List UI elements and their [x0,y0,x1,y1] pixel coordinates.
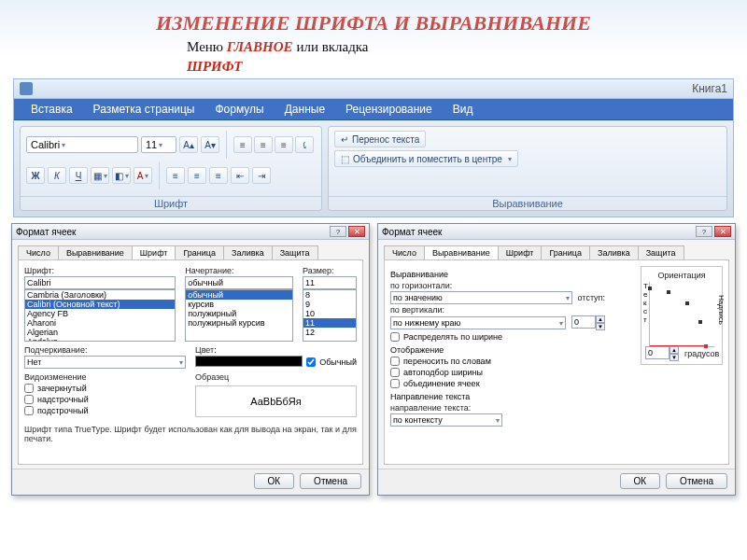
font-name-combo[interactable]: Calibri [26,136,138,153]
cb-distribute-input[interactable] [390,332,400,342]
spinner-down-icon[interactable]: ▼ [669,354,679,361]
cb-strike-input[interactable] [24,384,34,393]
cb-shrink[interactable]: автоподбор ширины [390,368,605,377]
style-item[interactable]: курсив [186,300,292,309]
align-top-icon[interactable]: ≡ [233,136,252,153]
indent-inc-icon[interactable]: ⇥ [252,167,271,184]
style-item[interactable]: полужирный курсив [186,318,292,328]
align-bot-icon[interactable]: ≡ [275,136,293,153]
border-icon[interactable]: ▦ [91,167,109,184]
tab-number[interactable]: Число [18,245,59,259]
style-input[interactable]: обычный [185,276,293,289]
tab-protect[interactable]: Защита [272,245,318,259]
dialog-font: Формат ячеек ? ✕ Число Выравнивание Шриф… [11,223,370,496]
degree-spinner[interactable]: 0 ▲▼ [645,346,679,361]
orientation-icon[interactable]: ⤹ [295,136,314,153]
size-listbox[interactable]: 8 9 10 11 12 [303,289,357,342]
spinner-down-icon[interactable]: ▼ [596,323,605,330]
ok-button[interactable]: ОК [620,473,661,489]
tab-view[interactable]: Вид [453,103,473,116]
tab-alignment-active[interactable]: Выравнивание [424,245,499,259]
orientation-dial[interactable] [649,282,714,347]
tab-alignment[interactable]: Выравнивание [58,245,133,259]
cb-normal-input[interactable] [306,357,316,367]
cb-sub[interactable]: подстрочный [24,406,186,415]
tab-review[interactable]: Рецензирование [345,103,432,116]
spinner-up-icon[interactable]: ▲ [596,315,605,323]
merge-center-button[interactable]: ⬚Объединить и поместить в центре [334,150,518,167]
font-item[interactable]: Andalus [25,337,175,342]
font-item[interactable]: Algerian [25,328,175,337]
style-item-selected[interactable]: обычный [186,290,292,300]
textdir-combo[interactable]: по контексту [390,413,502,427]
degree-value[interactable]: 0 [645,346,669,359]
style-listbox[interactable]: обычный курсив полужирный полужирный кур… [185,289,293,342]
font-input[interactable]: Calibri [24,276,176,289]
bold-icon[interactable]: Ж [26,167,45,184]
decrease-font-icon[interactable]: A▾ [201,136,219,153]
tab-formulas[interactable]: Формулы [215,103,263,116]
increase-font-icon[interactable]: A▴ [179,136,198,153]
indent-spinner[interactable]: 0 ▲▼ [571,315,605,330]
color-swatch[interactable] [195,356,303,367]
cb-super[interactable]: надстрочный [24,395,186,404]
horiz-combo[interactable]: по значению [390,291,572,304]
underline-combo[interactable]: Нет [24,356,186,369]
spinner-up-icon[interactable]: ▲ [669,346,679,354]
tab-insert[interactable]: Вставка [31,103,73,116]
ok-button[interactable]: ОК [254,473,295,489]
font-item[interactable]: Aharoni [25,318,175,328]
cb-strike[interactable]: зачеркнутый [24,384,186,393]
close-icon[interactable]: ✕ [714,226,731,237]
align-right-icon[interactable]: ≡ [209,167,228,184]
size-item[interactable]: 10 [303,309,356,318]
size-item[interactable]: 8 [303,290,356,300]
tab-protect[interactable]: Защита [638,245,684,259]
fill-color-icon[interactable]: ◧ [112,167,131,184]
tab-font-active[interactable]: Шрифт [132,245,176,259]
cb-merge-input[interactable] [390,379,400,388]
cancel-button[interactable]: Отмена [666,473,727,489]
align-mid-icon[interactable]: ≡ [254,136,273,153]
size-item[interactable]: 12 [303,328,356,337]
size-item[interactable]: 9 [303,300,356,309]
indent-value[interactable]: 0 [571,315,596,329]
cb-sub-input[interactable] [24,406,34,415]
close-icon[interactable]: ✕ [348,226,365,237]
underline-icon[interactable]: Ч [69,167,88,184]
font-item[interactable]: Agency FB [25,309,175,318]
help-icon[interactable]: ? [330,226,346,237]
tab-border[interactable]: Граница [175,245,224,259]
help-icon[interactable]: ? [696,226,712,237]
tab-border[interactable]: Граница [541,245,590,259]
style-item[interactable]: полужирный [186,309,292,318]
tab-data[interactable]: Данные [285,103,325,116]
ribbon: Книга1 Вставка Разметка страницы Формулы… [13,78,734,217]
vert-combo[interactable]: по нижнему краю [390,316,566,329]
font-item-selected[interactable]: Calibri (Основной текст) [25,300,175,309]
cb-normal-font[interactable]: Обычный [306,357,357,367]
font-size-combo[interactable]: 11 [141,136,176,153]
cb-wrap[interactable]: переносить по словам [390,357,605,366]
cb-wrap-input[interactable] [390,357,400,366]
align-left-icon[interactable]: ≡ [166,167,185,184]
indent-dec-icon[interactable]: ⇤ [231,167,249,184]
cancel-button[interactable]: Отмена [300,473,361,489]
font-listbox[interactable]: Cambria (Заголовки) Calibri (Основной те… [24,289,176,342]
italic-icon[interactable]: К [48,167,66,184]
size-input[interactable]: 11 [303,276,357,289]
cb-super-input[interactable] [24,395,34,404]
tab-fill[interactable]: Заливка [223,245,273,259]
tab-fill[interactable]: Заливка [589,245,639,259]
align-center-icon[interactable]: ≡ [188,167,206,184]
tab-pagelayout[interactable]: Разметка страницы [93,103,195,116]
tab-number[interactable]: Число [384,245,425,259]
wrap-text-button[interactable]: ↵Перенос текста [334,131,426,147]
tab-font[interactable]: Шрифт [498,245,543,259]
cb-merge[interactable]: объединение ячеек [390,379,605,388]
size-item-selected[interactable]: 11 [303,318,356,328]
font-item[interactable]: Cambria (Заголовки) [25,290,175,300]
cb-shrink-input[interactable] [390,368,400,377]
cb-distribute[interactable]: Распределять по ширине [390,332,605,342]
font-color-icon[interactable]: A [134,167,152,184]
